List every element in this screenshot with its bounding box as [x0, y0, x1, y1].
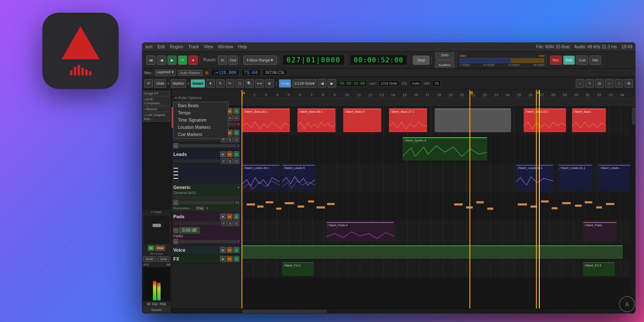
tool-stretch[interactable]: ⟺ [255, 79, 264, 88]
grp-btn[interactable]: Grp [152, 302, 158, 306]
clip-bass-6[interactable]: ♪Take4_Bass- [572, 108, 606, 132]
clip-leads-1[interactable]: ♪Take4_Leads-28.1 [242, 165, 280, 190]
pads-solo[interactable]: S [233, 214, 239, 219]
pads-group[interactable]: G [233, 220, 239, 226]
plugin-ace-compress[interactable]: • ACE Compress... [143, 97, 170, 106]
pads-mute[interactable]: M [227, 214, 233, 219]
loop-button[interactable]: ⟳ [178, 56, 187, 65]
audition-button[interactable]: Audition [435, 60, 454, 69]
clip-voice-1[interactable] [242, 245, 623, 259]
clip-fx-2[interactable]: ♪Take4_FX-5 [583, 262, 615, 276]
zoom-v[interactable]: ↕ [615, 79, 623, 88]
clip-bass-gray[interactable] [435, 108, 511, 132]
pads-fader-2[interactable] [179, 240, 236, 243]
clip-leads-2[interactable]: ♪Take4_Leads-5 [282, 165, 315, 190]
ruler-option-cue[interactable]: Cue Markers [174, 131, 228, 138]
scrollbar-h[interactable] [172, 308, 636, 314]
nav-right[interactable]: ▶ [328, 79, 336, 88]
fx-mute[interactable]: M [227, 256, 233, 262]
clip-bass-5[interactable]: ♪Take4_Bass-15.1 [524, 108, 566, 132]
leads-pan[interactable]: P [221, 158, 227, 164]
pads-record-arm[interactable]: ● [220, 214, 226, 219]
clip-fx-1[interactable]: ♪Take4_FX-2 [282, 262, 314, 276]
loop-region-btn[interactable]: ⟳ [144, 79, 153, 88]
automation-play-btn[interactable]: Play [195, 206, 205, 211]
m-btn[interactable]: M [147, 302, 151, 306]
menu-view[interactable]: View [204, 44, 213, 49]
clip-bass-4[interactable]: ♪Take4_Bass-17.1 [389, 108, 427, 132]
ruler-option-timesig[interactable]: Time Signature [174, 117, 228, 124]
cue-mode-button[interactable]: Cue [576, 56, 588, 65]
scrollbar-thumb[interactable] [632, 108, 636, 125]
leads-mute[interactable]: M [227, 151, 233, 157]
menu-track[interactable]: Track [189, 44, 199, 49]
voice-record-arm[interactable]: ● [220, 247, 226, 253]
ruler-option-bars[interactable]: Bars Beats [174, 102, 228, 109]
clip-leads-3[interactable]: ♪Take4_Leads-30.1 [516, 165, 553, 190]
follow-range-button[interactable]: Follow Range ▼ [243, 56, 277, 65]
leads-solo[interactable]: S [233, 151, 239, 157]
menu-window[interactable]: Window [218, 44, 233, 49]
synths-x-btn[interactable]: × [173, 143, 178, 148]
rec-mode-button[interactable]: Rec [550, 56, 562, 65]
punch-out-button[interactable]: Out [228, 56, 238, 65]
tool-select[interactable]: ✦ [206, 79, 215, 88]
generic-fader[interactable] [173, 196, 239, 199]
pads-pan[interactable]: P [221, 220, 227, 226]
clip-pads-1[interactable]: ♪Take4_Pads-4 [326, 222, 394, 241]
rewind-button[interactable]: ⏮ [146, 56, 155, 65]
back-button[interactable]: ◀ [157, 56, 166, 65]
zoom-fit[interactable]: ⊡ [595, 79, 604, 88]
clip-pads-2[interactable]: ♪Take4_Pads- [583, 222, 617, 241]
pads-x2-btn[interactable]: × [173, 239, 178, 244]
mute-button[interactable]: Mute [143, 256, 156, 262]
disk-button[interactable]: Disk [155, 245, 165, 251]
solo-button[interactable]: Solo [157, 256, 171, 262]
punch-in-button[interactable]: In [218, 56, 227, 65]
play-button[interactable]: ▶ [167, 56, 177, 65]
clip-bass-2[interactable]: ♪Take4_Bass-80.1 [297, 108, 336, 132]
tool-erase[interactable]: ◻ [236, 79, 244, 88]
menu-region[interactable]: Region [170, 44, 183, 49]
solo-button[interactable]: Solo [435, 52, 454, 60]
ruler-dropdown-trigger[interactable]: ▾ Ruler Options [173, 95, 203, 101]
mix-mode-button[interactable]: Mix [589, 56, 601, 65]
slide-btn[interactable]: Slide [154, 79, 166, 88]
pads-fader[interactable] [173, 222, 220, 225]
voice-solo[interactable]: S [233, 247, 239, 253]
in-button[interactable]: In [148, 245, 154, 251]
clip-synths-1[interactable]: ♪Take4_Synths-4 [402, 137, 487, 161]
synths-solo[interactable]: S [233, 130, 239, 136]
generic-fader-2[interactable] [179, 201, 234, 204]
tool-trim[interactable]: ✂ [226, 79, 234, 88]
voice-mute[interactable]: M [227, 247, 233, 253]
pads-auto[interactable]: A [227, 220, 233, 226]
menu-help[interactable]: Help [238, 44, 247, 49]
bass-solo[interactable]: S [233, 108, 239, 114]
plugin-lsp[interactable]: • LSP Graphic Equ... [143, 112, 170, 122]
tool-zoom[interactable]: 🔍 [245, 79, 254, 88]
zoom-in[interactable]: + [586, 79, 594, 88]
edit-mode-button[interactable]: Edit [563, 56, 575, 65]
marker-btn[interactable]: Marker [171, 79, 186, 88]
tool-draw[interactable]: ✎ [216, 79, 225, 88]
leads-group[interactable]: G [233, 158, 239, 164]
plugin-bass21[interactable]: • Bass21 [143, 106, 170, 112]
menu-edit[interactable]: Edit [158, 44, 165, 49]
record-button[interactable]: ● [189, 56, 198, 65]
bass-group[interactable]: G [233, 115, 239, 121]
snap-value-display[interactable]: 1/128 Note ▾ [292, 79, 316, 88]
ruler-option-tempo[interactable]: Tempo [174, 109, 228, 117]
scrollbar-thumb-h[interactable] [242, 310, 327, 313]
smart-btn[interactable]: Smart [191, 79, 205, 88]
plugin-surge-xt[interactable]: Surge XT [143, 91, 170, 96]
clip-bass-1[interactable]: ♪Take4_Bass-30.1 [242, 108, 290, 132]
zoom-h[interactable]: ↔ [605, 79, 613, 88]
leads-auto[interactable]: A [227, 158, 233, 164]
auto-return-btn[interactable]: Auto Return [178, 70, 203, 76]
scrollbar-v[interactable] [630, 107, 636, 308]
clip-bass-3[interactable]: ♪Take4_Bass-4 [343, 108, 381, 132]
rec-mode-select[interactable]: Layered ▾ [155, 69, 175, 76]
fx-record-arm[interactable]: ● [220, 256, 226, 262]
leads-record-arm[interactable]: ● [220, 151, 226, 157]
